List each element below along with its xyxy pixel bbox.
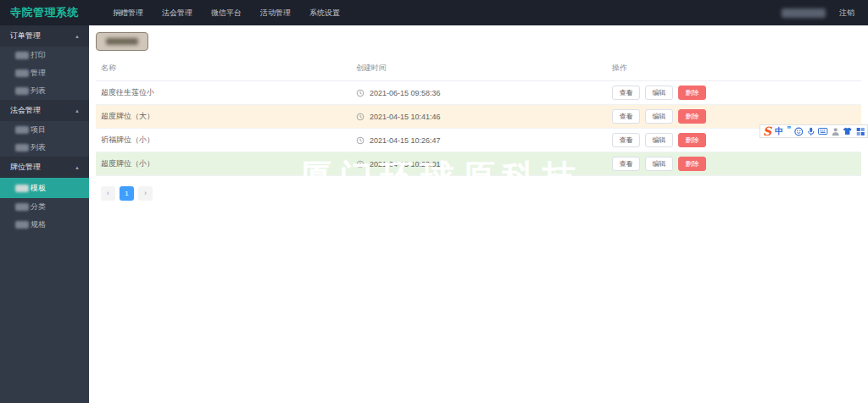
add-button-censored[interactable] — [96, 32, 148, 51]
sidebar: 订单管理 ▲ 打印 管理 列表 法会管理 ▲ 项目 列表 牌位管理 ▲ 模板 分… — [0, 25, 89, 403]
row-created: 2021-04-15 10:41:46 — [356, 113, 612, 121]
topbar-right: 注销 — [782, 8, 868, 19]
row-name: 祈福牌位（小） — [96, 135, 356, 146]
delete-button[interactable]: 删除 — [678, 157, 706, 171]
edit-button[interactable]: 编辑 — [645, 157, 673, 171]
table-row: 超度牌位（小） 2021-04-15 10:23:01 查看 编辑 删除 — [96, 152, 861, 176]
clock-icon — [356, 89, 364, 97]
edit-button[interactable]: 编辑 — [645, 109, 673, 124]
app-logo: 寺院管理系统 — [0, 5, 113, 20]
nav-wechat[interactable]: 微信平台 — [211, 8, 242, 19]
header-actions: 操作 — [612, 63, 861, 74]
logout-button[interactable]: 注销 — [839, 8, 854, 19]
censored-text — [15, 87, 29, 95]
sidebar-item-list[interactable]: 列表 — [0, 82, 89, 100]
row-created: 2021-06-15 09:58:36 — [356, 89, 612, 97]
clock-icon — [356, 160, 364, 168]
nav-donation[interactable]: 捐赠管理 — [113, 8, 143, 19]
row-actions: 查看 编辑 删除 — [612, 86, 861, 100]
row-name: 超度牌位（小） — [96, 158, 356, 169]
nav-activity[interactable]: 活动管理 — [260, 8, 291, 19]
pagination-prev[interactable]: ‹ — [101, 186, 115, 201]
row-actions: 查看 编辑 删除 — [612, 157, 861, 171]
censored-text — [15, 52, 29, 59]
sidebar-item-print[interactable]: 打印 — [0, 47, 89, 64]
censored-text — [15, 185, 29, 192]
sidebar-section-dharma[interactable]: 法会管理 ▲ — [0, 100, 89, 121]
data-table: 名称 创建时间 操作 超度往生莲位小 2021-06-15 09:58:36 查… — [96, 56, 861, 176]
account-icon[interactable] — [832, 127, 840, 136]
sidebar-item-project[interactable]: 项目 — [0, 121, 89, 139]
censored-text — [15, 221, 29, 229]
row-created: 2021-04-15 10:26:47 — [356, 136, 612, 145]
emoji-icon[interactable] — [794, 127, 803, 136]
view-button[interactable]: 查看 — [612, 157, 640, 171]
delete-button[interactable]: 删除 — [678, 86, 706, 100]
view-button[interactable]: 查看 — [612, 133, 640, 147]
pagination: ‹ 1 › — [101, 186, 153, 201]
keyboard-icon[interactable] — [818, 127, 827, 135]
sidebar-item-category[interactable]: 分类 — [0, 198, 89, 216]
censored-text — [15, 203, 29, 211]
chevron-up-icon: ▲ — [75, 108, 80, 113]
username-censored[interactable] — [782, 8, 826, 18]
table-row: 祈福牌位（小） 2021-04-15 10:26:47 查看 编辑 删除 — [96, 129, 861, 152]
censored-text — [106, 38, 138, 45]
toolbox-icon[interactable] — [856, 127, 865, 136]
sidebar-item-template-active[interactable]: 模板 — [0, 178, 89, 198]
header-name: 名称 — [96, 63, 356, 74]
microphone-icon[interactable] — [807, 127, 815, 136]
table-row: 超度往生莲位小 2021-06-15 09:58:36 查看 编辑 删除 — [96, 81, 861, 105]
clock-icon — [356, 113, 364, 121]
top-nav: 捐赠管理 法会管理 微信平台 活动管理 系统设置 — [113, 8, 340, 19]
sidebar-item-spec[interactable]: 规格 — [0, 216, 89, 234]
censored-text — [15, 126, 29, 134]
delete-button[interactable]: 删除 — [678, 133, 706, 147]
ime-toolbar: S 中 ” — [760, 124, 868, 138]
row-name: 超度往生莲位小 — [96, 87, 356, 98]
sidebar-item-dharma-list[interactable]: 列表 — [0, 139, 89, 157]
header-created: 创建时间 — [356, 63, 612, 74]
clock-icon — [356, 136, 364, 145]
nav-settings[interactable]: 系统设置 — [309, 8, 340, 19]
chevron-up-icon: ▲ — [75, 34, 80, 39]
edit-button[interactable]: 编辑 — [645, 133, 673, 147]
sidebar-section-tablet[interactable]: 牌位管理 ▲ — [0, 157, 89, 178]
row-name: 超度牌位（大） — [96, 111, 356, 122]
sidebar-item-manage[interactable]: 管理 — [0, 64, 89, 82]
censored-text — [15, 69, 29, 77]
delete-button[interactable]: 删除 — [678, 109, 706, 124]
sogou-logo-icon[interactable]: S — [763, 125, 771, 137]
nav-dharma[interactable]: 法会管理 — [162, 8, 192, 19]
chevron-up-icon: ▲ — [75, 165, 80, 170]
table-row: 超度牌位（大） 2021-04-15 10:41:46 查看 编辑 删除 — [96, 105, 861, 129]
row-created: 2021-04-15 10:23:01 — [356, 160, 612, 168]
edit-button[interactable]: 编辑 — [645, 86, 673, 100]
view-button[interactable]: 查看 — [612, 86, 640, 100]
main-content: 名称 创建时间 操作 超度往生莲位小 2021-06-15 09:58:36 查… — [89, 25, 868, 403]
sidebar-section-orders[interactable]: 订单管理 ▲ — [0, 25, 89, 47]
table-header-row: 名称 创建时间 操作 — [96, 56, 861, 81]
top-bar: 寺院管理系统 捐赠管理 法会管理 微信平台 活动管理 系统设置 注销 — [0, 0, 868, 25]
view-button[interactable]: 查看 — [612, 109, 640, 124]
censored-text — [15, 144, 29, 152]
pagination-next[interactable]: › — [138, 186, 153, 201]
row-actions: 查看 编辑 删除 — [612, 109, 861, 124]
skin-icon[interactable] — [843, 127, 852, 135]
chinese-mode-icon[interactable]: 中 — [775, 125, 783, 137]
punctuation-icon[interactable]: ” — [787, 127, 791, 135]
pagination-page-1[interactable]: 1 — [120, 186, 134, 201]
